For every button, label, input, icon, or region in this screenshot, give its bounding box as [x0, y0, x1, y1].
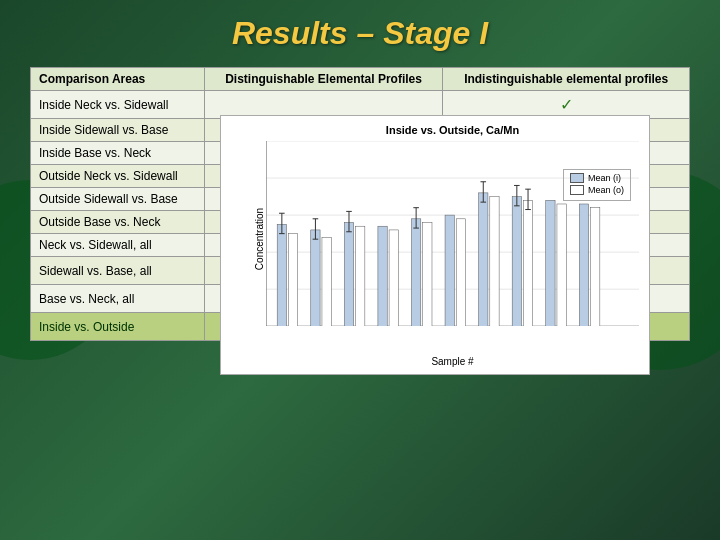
svg-rect-31 [423, 223, 432, 327]
legend-item-mean-o: Mean (o) [570, 185, 624, 195]
svg-rect-30 [411, 219, 420, 326]
area-label: Inside Base vs. Neck [31, 142, 205, 165]
legend-color-mean-i [570, 173, 584, 183]
svg-rect-37 [479, 193, 488, 326]
chart-overlay: Inside vs. Outside, Ca/Mn Concentration … [220, 115, 650, 375]
svg-rect-18 [311, 230, 320, 326]
svg-rect-35 [445, 215, 454, 326]
svg-rect-36 [456, 219, 465, 326]
area-label: Outside Sidewall vs. Base [31, 188, 205, 211]
chart-legend: Mean (i) Mean (o) [563, 169, 631, 201]
svg-rect-23 [344, 223, 353, 327]
svg-rect-13 [277, 224, 286, 326]
area-label: Inside Neck vs. Sidewall [31, 91, 205, 119]
area-label: Base vs. Neck, all [31, 285, 205, 313]
col-header-indistinguishable: Indistinguishable elemental profiles [443, 68, 690, 91]
area-label: Sidewall vs. Base, all [31, 257, 205, 285]
legend-color-mean-o [570, 185, 584, 195]
area-label: Neck vs. Sidewall, all [31, 234, 205, 257]
col-header-comparison: Comparison Areas [31, 68, 205, 91]
legend-label-mean-i: Mean (i) [588, 173, 621, 183]
area-label-highlighted: Inside vs. Outside [31, 313, 205, 341]
svg-rect-29 [389, 230, 398, 326]
x-axis-label: Sample # [266, 356, 639, 367]
col-header-distinguishable: Distinguishable Elemental Profiles [204, 68, 443, 91]
svg-rect-53 [591, 208, 600, 327]
legend-label-mean-o: Mean (o) [588, 185, 624, 195]
svg-rect-38 [490, 197, 499, 327]
area-label: Inside Sidewall vs. Base [31, 119, 205, 142]
svg-rect-51 [557, 204, 566, 326]
svg-rect-43 [523, 200, 532, 326]
svg-rect-28 [378, 226, 387, 326]
svg-rect-24 [356, 226, 365, 326]
y-axis-label: Concentration [254, 207, 265, 269]
chart-title: Inside vs. Outside, Ca/Mn [266, 124, 639, 136]
chart-area: Concentration 5000.0 4000.0 3000.0 2000.… [266, 141, 639, 336]
svg-rect-52 [579, 204, 588, 326]
slide-title: Results – Stage I [30, 15, 690, 52]
svg-rect-50 [546, 200, 555, 326]
area-label: Outside Base vs. Neck [31, 211, 205, 234]
svg-rect-14 [288, 234, 297, 327]
svg-rect-42 [512, 197, 521, 327]
area-label: Outside Neck vs. Sidewall [31, 165, 205, 188]
legend-item-mean-i: Mean (i) [570, 173, 624, 183]
svg-rect-19 [322, 237, 331, 326]
